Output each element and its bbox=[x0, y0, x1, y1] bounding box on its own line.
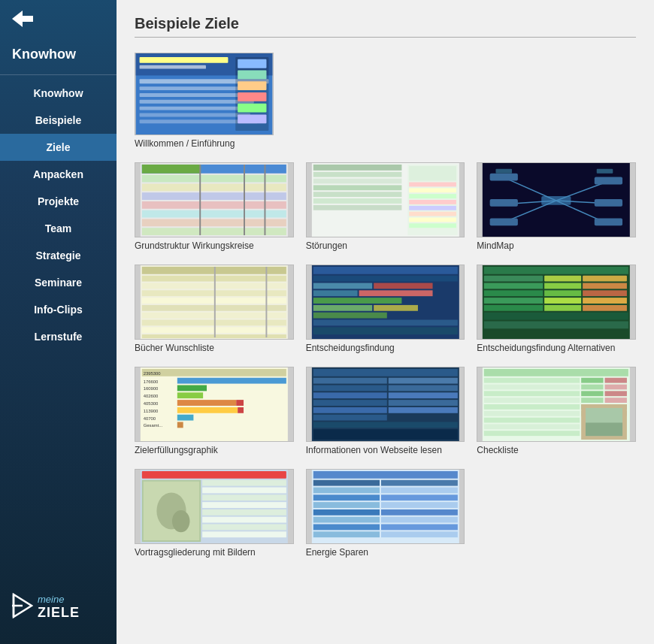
svg-rect-113 bbox=[484, 321, 628, 328]
sidebar-item-team[interactable]: Team bbox=[0, 215, 117, 242]
thumb-vortrag[interactable] bbox=[135, 469, 294, 544]
svg-rect-17 bbox=[238, 71, 266, 80]
svg-rect-118 bbox=[177, 378, 286, 384]
svg-rect-120 bbox=[177, 385, 207, 392]
sidebar-title: Knowhow bbox=[0, 41, 117, 75]
logo-ziele: ZIELE bbox=[38, 605, 80, 621]
svg-rect-38 bbox=[313, 179, 401, 184]
label-info: Informationen von Webseite lesen bbox=[306, 445, 465, 455]
svg-rect-114 bbox=[484, 330, 628, 337]
svg-rect-47 bbox=[409, 194, 456, 198]
main-content: Beispiele Ziele bbox=[117, 0, 654, 644]
svg-rect-148 bbox=[313, 429, 457, 440]
sidebar-item-knowhow[interactable]: Knowhow bbox=[0, 80, 117, 107]
thumb-zieler[interactable]: 2395300 176600 160900 402600 405300 1139… bbox=[135, 367, 294, 442]
svg-rect-130 bbox=[177, 415, 194, 421]
label-mindmap: MindMap bbox=[477, 240, 636, 251]
gallery-item-checkliste: Checkliste bbox=[477, 367, 636, 455]
svg-rect-42 bbox=[313, 205, 401, 210]
label-buecher: Bücher Wunschliste bbox=[135, 343, 294, 353]
svg-rect-7 bbox=[140, 65, 206, 69]
sidebar-item-projekte[interactable]: Projekte bbox=[0, 188, 117, 215]
svg-rect-158 bbox=[581, 391, 603, 396]
svg-rect-141 bbox=[388, 392, 457, 398]
back-button[interactable] bbox=[0, 0, 117, 41]
svg-rect-90 bbox=[313, 305, 371, 311]
svg-rect-86 bbox=[374, 283, 432, 289]
svg-rect-105 bbox=[583, 290, 627, 296]
svg-rect-169 bbox=[484, 418, 580, 423]
svg-rect-142 bbox=[313, 400, 386, 406]
svg-rect-99 bbox=[583, 276, 627, 282]
thumb-grundstruktur[interactable] bbox=[135, 162, 294, 237]
svg-rect-198 bbox=[381, 502, 458, 508]
svg-rect-157 bbox=[484, 391, 580, 396]
svg-rect-135 bbox=[313, 369, 457, 376]
thumb-buecher[interactable] bbox=[135, 265, 294, 340]
svg-rect-171 bbox=[484, 431, 580, 436]
svg-rect-150 bbox=[484, 369, 628, 376]
svg-rect-140 bbox=[313, 392, 386, 398]
gallery-item-buecher: Bücher Wunschliste bbox=[135, 265, 294, 353]
logo-icon bbox=[12, 593, 33, 621]
svg-rect-85 bbox=[313, 283, 371, 289]
thumb-willkommen[interactable] bbox=[135, 53, 274, 135]
svg-rect-153 bbox=[605, 378, 627, 383]
svg-rect-104 bbox=[544, 290, 581, 296]
svg-rect-124 bbox=[177, 400, 236, 406]
svg-rect-61 bbox=[490, 174, 518, 181]
svg-rect-155 bbox=[581, 385, 603, 390]
svg-rect-96 bbox=[484, 267, 628, 274]
thumb-entscheidung[interactable] bbox=[306, 265, 465, 340]
sidebar-item-lernstufe[interactable]: Lernstufe bbox=[0, 323, 117, 350]
thumb-mindmap[interactable] bbox=[477, 162, 636, 237]
svg-rect-68 bbox=[597, 169, 613, 174]
svg-rect-88 bbox=[359, 290, 432, 296]
svg-rect-196 bbox=[381, 494, 458, 500]
svg-rect-190 bbox=[313, 471, 457, 479]
svg-rect-193 bbox=[313, 488, 379, 494]
sidebar-item-infoclips[interactable]: Info-Clips bbox=[0, 296, 117, 323]
sidebar-item-ziele[interactable]: Ziele bbox=[0, 134, 117, 161]
svg-rect-18 bbox=[238, 81, 266, 90]
thumb-info[interactable] bbox=[306, 367, 465, 442]
svg-rect-156 bbox=[605, 385, 627, 390]
svg-rect-185 bbox=[202, 509, 286, 516]
thumb-entscheidung-alt[interactable] bbox=[477, 265, 636, 340]
gallery-item-vortrag: Vortragsgliederung mit Bildern bbox=[135, 469, 294, 558]
svg-rect-163 bbox=[484, 404, 580, 410]
label-zieler: Zielerfüllungsgraphik bbox=[135, 445, 294, 455]
thumb-energie[interactable] bbox=[306, 469, 465, 544]
svg-rect-106 bbox=[484, 298, 543, 304]
thumb-stoerungen[interactable] bbox=[306, 162, 465, 237]
svg-rect-200 bbox=[381, 509, 458, 516]
svg-rect-49 bbox=[409, 206, 456, 210]
gallery-item-willkommen: Willkommen / Einführung bbox=[135, 53, 636, 149]
svg-text:113900: 113900 bbox=[144, 409, 159, 413]
label-energie: Energie Sparen bbox=[306, 547, 465, 558]
svg-rect-139 bbox=[388, 385, 457, 392]
sidebar-item-strategie[interactable]: Strategie bbox=[0, 242, 117, 269]
svg-rect-108 bbox=[583, 298, 627, 304]
svg-rect-63 bbox=[490, 219, 518, 226]
svg-rect-151 bbox=[484, 378, 580, 383]
svg-rect-103 bbox=[484, 290, 543, 296]
sidebar-item-beispiele[interactable]: Beispiele bbox=[0, 107, 117, 134]
svg-rect-91 bbox=[374, 305, 418, 311]
svg-text:402600: 402600 bbox=[144, 394, 159, 398]
svg-rect-132 bbox=[177, 422, 183, 428]
thumb-checkliste[interactable] bbox=[477, 367, 636, 442]
svg-rect-65 bbox=[595, 199, 622, 207]
label-willkommen: Willkommen / Einführung bbox=[135, 138, 235, 149]
svg-rect-159 bbox=[605, 391, 627, 396]
sidebar-item-anpacken[interactable]: Anpacken bbox=[0, 161, 117, 188]
svg-rect-84 bbox=[313, 276, 457, 282]
svg-rect-136 bbox=[313, 378, 386, 384]
sidebar-item-seminare[interactable]: Seminare bbox=[0, 269, 117, 296]
svg-point-180 bbox=[172, 510, 190, 532]
svg-rect-107 bbox=[544, 298, 581, 304]
svg-rect-89 bbox=[313, 298, 401, 304]
svg-rect-192 bbox=[381, 480, 458, 486]
logo-meine: meine bbox=[38, 594, 80, 605]
svg-rect-112 bbox=[484, 313, 628, 320]
